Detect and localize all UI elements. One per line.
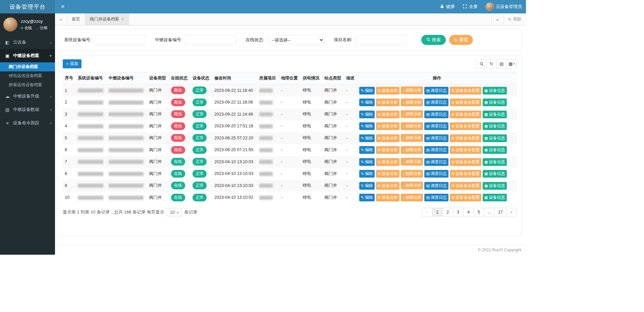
dispatch-log-button[interactable]: ▤调度日志: [424, 122, 448, 130]
table-card-view-button[interactable]: ▤: [496, 59, 507, 68]
device-analysis-button[interactable]: ⊞设备分析: [376, 182, 399, 190]
logout-link[interactable]: →注销: [35, 25, 47, 30]
device-info-button[interactable]: ▣设备信息: [483, 146, 506, 154]
device-analysis-button[interactable]: ⊞设备分析: [376, 194, 399, 201]
device-analysis-button[interactable]: ⊞设备分析: [376, 122, 399, 130]
table-search-toggle-button[interactable]: [476, 59, 487, 68]
device-info-button[interactable]: ▣设备信息: [483, 182, 506, 190]
device-info-button[interactable]: ▣设备信息: [483, 194, 506, 201]
fault-analysis-button[interactable]: ↓故障分析: [401, 122, 423, 130]
dispatch-log-button[interactable]: ▤调度日志: [424, 182, 448, 190]
refresh-tab-button[interactable]: ↻ 刷新: [503, 13, 526, 25]
command-config-button[interactable]: ≣设备命令配置: [450, 158, 481, 166]
device-info-button[interactable]: ▣设备信息: [483, 170, 506, 178]
sidebar-item-lithium-remote-archive[interactable]: 锂电远传设备档案: [0, 71, 55, 80]
system-device-no-input[interactable]: [95, 35, 146, 45]
add-button[interactable]: + 添加: [63, 59, 82, 68]
fault-analysis-button[interactable]: ↓故障分析: [401, 170, 423, 178]
command-config-button[interactable]: ≣设备命令配置: [450, 134, 481, 142]
table-refresh-button[interactable]: ↻: [486, 59, 497, 68]
device-analysis-button[interactable]: ⊞设备分析: [376, 87, 399, 95]
device-analysis-button[interactable]: ⊞设备分析: [376, 111, 399, 118]
device-analysis-button[interactable]: ⊞设备分析: [376, 158, 399, 166]
command-config-button[interactable]: ≣设备命令配置: [450, 194, 481, 201]
gas-device-no-input[interactable]: [185, 35, 236, 45]
edit-button[interactable]: ✎编辑: [359, 87, 375, 95]
edit-button[interactable]: ✎编辑: [359, 194, 375, 201]
device-info-button[interactable]: ▣设备信息: [483, 111, 506, 118]
fault-analysis-button[interactable]: ↓故障分析: [401, 110, 423, 118]
dispatch-log-button[interactable]: ▤调度日志: [424, 99, 448, 106]
command-config-button[interactable]: ≣设备命令配置: [450, 99, 481, 106]
sidebar-item-command-tracking[interactable]: ≡ 设备命令跟踪 ‹: [0, 116, 55, 130]
fullscreen-button[interactable]: 全屏: [459, 0, 482, 13]
device-analysis-button[interactable]: ⊞设备分析: [376, 134, 399, 142]
edit-button[interactable]: ✎编辑: [359, 158, 375, 166]
device-info-button[interactable]: ▣设备信息: [483, 99, 506, 106]
fault-analysis-button[interactable]: ↓故障分析: [401, 134, 423, 142]
command-config-button[interactable]: ≣设备命令配置: [450, 170, 481, 178]
page-2-button[interactable]: 2: [442, 208, 453, 216]
command-config-button[interactable]: ≣设备命令配置: [450, 111, 481, 118]
device-info-button[interactable]: ▣设备信息: [483, 134, 506, 142]
sidebar-item-valve-well-archive[interactable]: 阀门井设备档案: [0, 62, 55, 71]
page-next-button[interactable]: ›: [506, 208, 517, 216]
page-4-button[interactable]: 4: [463, 208, 474, 216]
dispatch-log-button[interactable]: ▤调度日志: [424, 87, 448, 95]
search-button[interactable]: 搜索: [421, 35, 446, 45]
page-5-button[interactable]: 5: [474, 208, 484, 216]
device-info-button[interactable]: ▣设备信息: [483, 122, 506, 130]
edit-button[interactable]: ✎编辑: [359, 182, 375, 190]
sidebar-toggle-button[interactable]: ≡: [55, 0, 70, 13]
dispatch-log-button[interactable]: ▤调度日志: [424, 170, 448, 178]
fault-analysis-button[interactable]: ↓故障分析: [401, 182, 423, 189]
command-config-button[interactable]: ≣设备命令配置: [450, 87, 481, 95]
edit-button[interactable]: ✎编辑: [359, 111, 375, 118]
dispatch-log-button[interactable]: ▤调度日志: [424, 158, 448, 166]
device-analysis-button[interactable]: ⊞设备分析: [376, 146, 399, 154]
fault-analysis-button[interactable]: ↓故障分析: [401, 99, 423, 106]
device-analysis-button[interactable]: ⊞设备分析: [376, 170, 399, 178]
sidebar-item-device-data[interactable]: ▤ 中燃设备数据 ‹: [0, 103, 55, 116]
command-config-button[interactable]: ≣设备命令配置: [450, 122, 481, 130]
command-config-button[interactable]: ≣设备命令配置: [450, 182, 481, 190]
dispatch-log-button[interactable]: ▤调度日志: [424, 194, 448, 201]
dispatch-log-button[interactable]: ▤调度日志: [424, 111, 448, 118]
fault-analysis-button[interactable]: ↓故障分析: [401, 146, 423, 154]
page-prev-button[interactable]: ‹: [422, 208, 432, 216]
fault-analysis-button[interactable]: ↓故障分析: [401, 86, 423, 94]
command-config-button[interactable]: ≣设备命令配置: [450, 146, 481, 154]
device-info-button[interactable]: ▣设备信息: [483, 87, 506, 95]
tab-close-icon[interactable]: ×: [122, 17, 124, 22]
edit-button[interactable]: ✎编辑: [359, 122, 375, 130]
lock-screen-button[interactable]: 锁屏: [436, 0, 459, 13]
online-status-select[interactable]: --请选择--: [267, 35, 324, 45]
device-info-button[interactable]: ▣设备信息: [483, 158, 506, 166]
page-3-button[interactable]: 3: [453, 208, 464, 216]
tabs-scroll-right-button[interactable]: »: [491, 13, 503, 25]
dispatch-log-button[interactable]: ▤调度日志: [424, 146, 448, 154]
edit-button[interactable]: ✎编辑: [359, 134, 375, 142]
page-size-select[interactable]: 10 ▴: [167, 208, 182, 216]
tab-home[interactable]: 首页: [67, 13, 85, 25]
dispatch-log-button[interactable]: ▤调度日志: [424, 134, 448, 142]
device-analysis-button[interactable]: ⊞设备分析: [376, 99, 399, 106]
edit-button[interactable]: ✎编辑: [359, 146, 375, 154]
tab-valve-well-archive[interactable]: 阀门井设备档案 ×: [85, 13, 129, 25]
tabs-scroll-left-button[interactable]: «: [55, 13, 67, 25]
sidebar-item-device-archive[interactable]: ▣ 中燃设备档案 ▾: [0, 49, 55, 62]
fault-analysis-button[interactable]: ↓故障分析: [401, 194, 423, 201]
reset-button[interactable]: ↻ 重置: [449, 35, 473, 45]
page-1-button[interactable]: 1: [432, 208, 443, 216]
sidebar-item-device-upgrade[interactable]: ☁ 中燃设备升级 ‹: [0, 89, 55, 103]
edit-button[interactable]: ✎编辑: [359, 99, 375, 106]
sidebar-item-assembled-remote-archive[interactable]: 拼装远传设备档案: [0, 80, 55, 89]
sidebar-item-cloud-device[interactable]: ◧ 云设备 ‹: [0, 36, 55, 49]
page-17-button[interactable]: 17: [494, 208, 506, 216]
fault-analysis-button[interactable]: ↓故障分析: [401, 158, 423, 166]
app-title[interactable]: 设备管理平台: [0, 0, 55, 13]
table-columns-button[interactable]: ▦▾: [506, 59, 517, 68]
user-menu[interactable]: 云设备管理员: [482, 0, 526, 13]
project-name-input[interactable]: [356, 35, 407, 45]
edit-button[interactable]: ✎编辑: [359, 170, 375, 178]
